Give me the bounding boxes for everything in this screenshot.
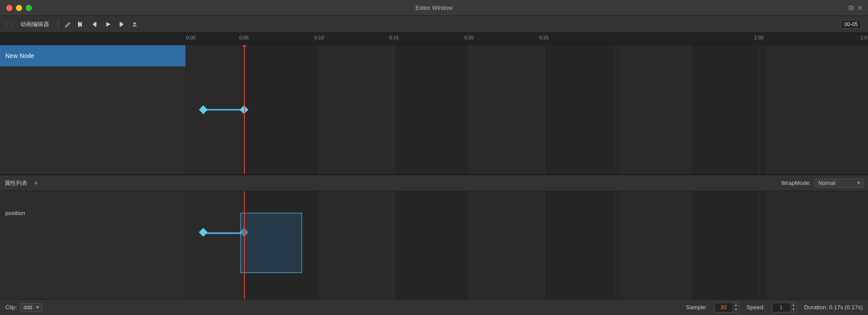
node-list: New Node — [0, 45, 186, 174]
prop-grid-line-6 — [616, 191, 616, 299]
track-timeline[interactable] — [186, 45, 868, 174]
speed-input[interactable] — [772, 303, 790, 311]
properties-section: 属性列表 + WrapMode: Normal Loop PingPong Cl… — [0, 175, 868, 299]
window-title: Editor Window — [415, 4, 453, 11]
node-name: New Node — [5, 52, 34, 59]
status-right: Sample: ▲ ▼ Speed: ▲ ▼ Duration: 0.17s (… — [686, 303, 863, 312]
keyframe-diamond-left[interactable] — [199, 105, 208, 114]
ruler-mark-0:25: 0:25 — [539, 35, 549, 40]
ruler-mark-0:15: 0:15 — [389, 35, 399, 40]
maximize-button[interactable] — [26, 5, 32, 11]
clip-select-wrapper: ddd ▼ — [20, 303, 42, 312]
toolbar: ⋮⋮ 动画编辑器 00-05 — [0, 16, 868, 33]
speed-spin-down[interactable]: ▼ — [790, 307, 797, 312]
rewind-button[interactable] — [76, 20, 87, 29]
prop-keyframe-bar — [203, 232, 244, 234]
prev-frame-button[interactable] — [89, 20, 100, 29]
svg-rect-0 — [78, 22, 79, 27]
keyframe-diamond-right[interactable] — [240, 105, 248, 114]
grid-line-5 — [544, 45, 545, 174]
properties-header: 属性列表 + WrapMode: Normal Loop PingPong Cl… — [0, 175, 868, 191]
grid-line-3 — [394, 45, 395, 174]
ruler-mark-1:00: 1:00 — [754, 35, 763, 40]
prop-grid-line-8 — [759, 191, 760, 299]
close-button[interactable] — [6, 5, 12, 11]
speed-spinners: ▲ ▼ — [790, 303, 797, 312]
prop-grid-line-7 — [691, 191, 691, 299]
speed-input-wrapper: ▲ ▼ — [772, 303, 797, 312]
grid-bg — [186, 45, 868, 174]
timeline-section: 0:00 0:05 0:10 0:15 0:20 0:25 1:00 1:0 N… — [0, 33, 868, 175]
prop-grid-line-5 — [544, 191, 545, 299]
svg-rect-1 — [95, 23, 96, 26]
speed-label: Speed: — [747, 304, 765, 311]
sample-input[interactable] — [715, 303, 732, 311]
track-area-row: New Node — [0, 45, 868, 174]
property-row-position: position — [0, 191, 186, 235]
window-controls — [6, 5, 32, 11]
prop-grid-line-2 — [319, 191, 319, 299]
prop-keyframe-diamond-left[interactable] — [199, 228, 208, 237]
ruler-mark-0:05: 0:05 — [239, 35, 248, 40]
sample-label: Sample: — [686, 304, 707, 311]
duration-label: Duration: 0.17s (0.17s) — [804, 304, 863, 311]
prop-grid-line-3 — [394, 191, 395, 299]
speed-spin-up[interactable]: ▲ — [790, 303, 797, 307]
title-bar-icons: ⧉ ≡ — [849, 4, 862, 12]
ruler-mark-1:0: 1:0 — [860, 35, 867, 40]
grid-line-8 — [759, 45, 760, 174]
grid-line-7 — [691, 45, 691, 174]
properties-body: position — [0, 191, 868, 299]
keyframe-bar — [203, 109, 244, 111]
clip-label: Clip: — [5, 304, 17, 311]
add-property-button[interactable]: + — [34, 179, 39, 187]
sample-spin-down[interactable]: ▼ — [733, 307, 739, 312]
wrapmode-label: WrapMode: — [781, 180, 811, 186]
selection-box — [240, 213, 302, 273]
toolbar-title: 动画编辑器 — [20, 20, 49, 28]
clip-select[interactable]: ddd — [20, 303, 42, 312]
properties-title: 属性列表 — [4, 179, 27, 187]
property-name-position: position — [5, 210, 25, 216]
menu-icon[interactable]: ≡ — [858, 4, 862, 12]
toolbar-separator — [58, 20, 58, 29]
wrapmode-wrapper: Normal Loop PingPong ClampForever ▼ — [814, 179, 864, 188]
edit-button[interactable] — [63, 20, 74, 29]
grid-line-4 — [469, 45, 469, 174]
sample-spinners: ▲ ▼ — [732, 303, 739, 312]
svg-rect-2 — [120, 23, 121, 26]
sample-input-wrapper: ▲ ▼ — [714, 303, 740, 312]
time-display: 00-05 — [841, 20, 861, 29]
title-bar: Editor Window ⧉ ≡ — [0, 0, 868, 16]
ruler-row: 0:00 0:05 0:10 0:15 0:20 0:25 1:00 1:0 — [0, 33, 868, 45]
grid-line-2 — [319, 45, 319, 174]
next-frame-button[interactable] — [116, 20, 127, 29]
minimize-button[interactable] — [16, 5, 22, 11]
grid-line-6 — [616, 45, 616, 174]
ruler: 0:00 0:05 0:10 0:15 0:20 0:25 1:00 1:0 — [186, 33, 868, 45]
grip-icon: ⋮⋮ — [4, 21, 16, 28]
wrapmode-select[interactable]: Normal Loop PingPong ClampForever — [814, 179, 864, 188]
node-row-new-node[interactable]: New Node — [0, 45, 186, 66]
ruler-mark-0:10: 0:10 — [314, 35, 324, 40]
status-bar: Clip: ddd ▼ Sample: ▲ ▼ Speed: ▲ ▼ — [0, 299, 868, 315]
ruler-mark-0:20: 0:20 — [464, 35, 473, 40]
playhead-arrow — [242, 45, 247, 48]
copy-icon[interactable]: ⧉ — [849, 4, 853, 12]
sample-spin-up[interactable]: ▲ — [733, 303, 739, 307]
property-timeline[interactable] — [186, 191, 868, 299]
export-button[interactable] — [129, 20, 140, 29]
ruler-mark-0:00: 0:00 — [186, 35, 195, 40]
play-button[interactable] — [103, 20, 113, 29]
properties-list: position — [0, 191, 186, 299]
prop-grid-line-4 — [469, 191, 469, 299]
